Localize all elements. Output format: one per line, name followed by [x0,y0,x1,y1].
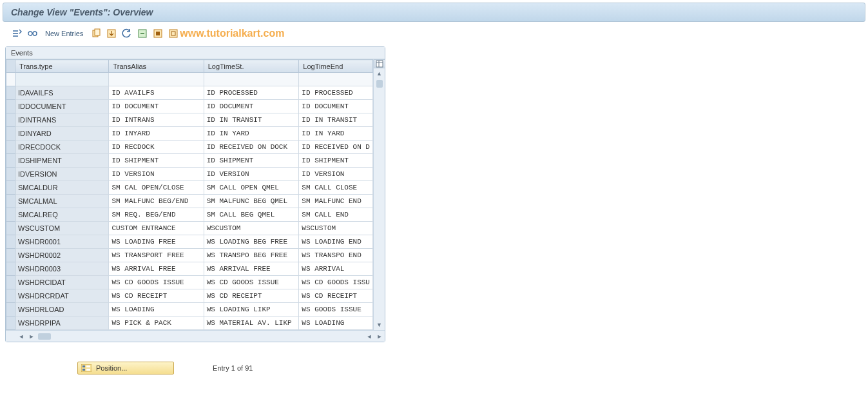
cell-log-time-st[interactable]: WS LOADING LIKP [204,303,299,316]
position-button[interactable]: Position... [77,362,174,375]
table-row[interactable]: IDINTRANSID INTRANSID IN TRANSITID IN TR… [6,113,373,127]
h-scroll-thumb[interactable] [38,333,51,340]
col-log-time-st[interactable]: LogTimeSt. [204,60,299,73]
cell-trans-alias[interactable]: SM CAL OPEN/CLOSE [109,181,204,195]
cell-trans-type[interactable]: IDSHIPMENT [15,154,109,168]
cell-log-time-end[interactable]: SM CALL CLOSE [299,181,373,195]
cell-trans-type[interactable]: WSHDRLOAD [15,303,109,316]
cell-trans-type[interactable]: WSHDR0003 [15,262,109,276]
row-selector[interactable] [6,100,15,113]
cell-log-time-end[interactable]: ID RECEIVED ON D [299,141,373,154]
cell-log-time-end[interactable]: WSCUSTOM [299,222,373,235]
cell-log-time-end[interactable]: ID IN TRANSIT [299,113,373,127]
scroll-left-icon[interactable]: ◄ [16,331,26,342]
col-trans-type[interactable]: Trans.type [15,60,109,73]
cell-log-time-st[interactable]: WS TRANSPO BEG FREE [204,249,299,262]
select-all-icon[interactable] [151,27,164,40]
row-selector[interactable] [6,113,15,127]
cell-trans-alias[interactable]: ID INYARD [109,127,204,141]
cell-log-time-st[interactable]: WS LOADING BEG FREE [204,235,299,249]
row-selector[interactable] [6,249,15,262]
vertical-scrollbar[interactable]: ▲ ▼ [373,59,385,330]
cell-trans-type[interactable]: WSHDRCRDAT [15,289,109,303]
cell-trans-type[interactable]: WSHDRCIDAT [15,276,109,289]
cell-log-time-end[interactable]: WS LOADING END [299,235,373,249]
table-row[interactable]: WSHDRPIPAWS PICK & PACKWS MATERIAL AV. L… [6,316,373,330]
cell-log-time-end[interactable]: WS CD RECEIPT [299,289,373,303]
row-selector[interactable] [6,168,15,181]
cell-trans-alias[interactable]: WS TRANSPORT FREE [109,249,204,262]
col-log-time-end[interactable]: LogTimeEnd [299,60,373,73]
cell-trans-alias[interactable]: SM MALFUNC BEG/END [109,195,204,208]
table-row[interactable]: WSCUSTOMCUSTOM ENTRANCEWSCUSTOMWSCUSTOM [6,222,373,235]
cell-trans-type[interactable]: WSHDRPIPA [15,316,109,330]
undo-icon[interactable] [121,27,133,40]
save-down-icon[interactable] [105,27,118,40]
delete-row-icon[interactable] [136,27,149,40]
cell-log-time-end[interactable]: SM MALFUNC END [299,195,373,208]
table-row[interactable]: WSHDRCRDATWS CD RECEIPTWS CD RECEIPTWS C… [6,289,373,303]
cell-trans-type[interactable]: IDINTRANS [15,113,109,127]
cell-log-time-end[interactable]: ID VERSION [299,168,373,181]
cell-trans-alias[interactable]: WS CD GOODS ISSUE [109,276,204,289]
cell-log-time-end[interactable]: SM CALL END [299,208,373,222]
row-selector[interactable] [6,222,15,235]
row-selector[interactable] [6,262,15,276]
cell-log-time-end[interactable]: ID SHIPMENT [299,154,373,168]
col-trans-alias[interactable]: TransAlias [109,60,204,73]
cell-log-time-end[interactable]: ID DOCUMENT [299,100,373,113]
cell-trans-type[interactable]: IDVERSION [15,168,109,181]
cell-trans-type[interactable]: SMCALREQ [15,208,109,222]
cell-log-time-st[interactable]: ID PROCESSED [204,86,299,100]
row-selector[interactable] [6,195,15,208]
cell-log-time-st[interactable]: ID SHIPMENT [204,154,299,168]
cell-log-time-st[interactable]: ID IN YARD [204,127,299,141]
cell-trans-alias[interactable]: WS LOADING [109,303,204,316]
row-selector[interactable] [6,86,15,100]
deselect-all-icon[interactable] [167,27,180,40]
cell-log-time-end[interactable]: WS GOODS ISSUE [299,303,373,316]
row-selector[interactable] [6,208,15,222]
row-selector[interactable] [6,303,15,316]
table-row[interactable]: IDDOCUMENTID DOCUMENTID DOCUMENTID DOCUM… [6,100,373,113]
cell-trans-alias[interactable]: WS LOADING FREE [109,235,204,249]
row-selector[interactable] [6,127,15,141]
table-row[interactable]: IDAVAILFSID AVAILFSID PROCESSEDID PROCES… [6,86,373,100]
cell-log-time-end[interactable]: WS CD GOODS ISSU [299,276,373,289]
cell-trans-alias[interactable]: WS CD RECEIPT [109,289,204,303]
cell-trans-alias[interactable]: ID AVAILFS [109,86,204,100]
scroll-right-1-icon[interactable]: ► [26,331,37,342]
table-row[interactable]: SMCALMALSM MALFUNC BEG/ENDSM MALFUNC BEG… [6,195,373,208]
table-row[interactable]: WSHDR0003WS ARRIVAL FREEWS ARRIVAL FREEW… [6,262,373,276]
cell-trans-type[interactable]: IDINYARD [15,127,109,141]
cell-log-time-st[interactable]: WS MATERIAL AV. LIKP [204,316,299,330]
cell-trans-alias[interactable]: WS PICK & PACK [109,316,204,330]
table-row[interactable]: WSHDRLOADWS LOADINGWS LOADING LIKPWS GOO… [6,303,373,316]
cell-log-time-st[interactable]: ID RECEIVED ON DOCK [204,141,299,154]
scroll-right-2-icon[interactable]: ► [374,331,385,342]
row-selector[interactable] [6,276,15,289]
cell-trans-alias[interactable]: ID INTRANS [109,113,204,127]
scroll-up-icon[interactable]: ▲ [376,68,382,79]
cell-trans-alias[interactable]: ID SHIPMENT [109,154,204,168]
scroll-thumb[interactable] [376,80,383,88]
table-settings-icon[interactable] [374,59,385,68]
cell-trans-alias[interactable]: ID DOCUMENT [109,100,204,113]
row-selector[interactable] [6,316,15,330]
glasses-icon[interactable] [26,27,39,40]
cell-log-time-st[interactable]: ID DOCUMENT [204,100,299,113]
cell-log-time-st[interactable]: ID VERSION [204,168,299,181]
row-selector[interactable] [6,154,15,168]
cell-log-time-st[interactable]: WS ARRIVAL FREE [204,262,299,276]
cell-log-time-st[interactable]: SM CALL OPEN QMEL [204,181,299,195]
row-selector[interactable] [6,235,15,249]
scroll-left-2-icon[interactable]: ◄ [364,331,374,342]
cell-log-time-st[interactable]: WS CD GOODS ISSUE [204,276,299,289]
cell-log-time-st[interactable]: SM MALFUNC BEG QMEL [204,195,299,208]
table-row[interactable]: WSHDR0001WS LOADING FREEWS LOADING BEG F… [6,235,373,249]
table-row[interactable]: IDINYARDID INYARDID IN YARDID IN YARD [6,127,373,141]
cell-log-time-end[interactable]: ID PROCESSED [299,86,373,100]
horizontal-scrollbar[interactable]: ◄ ► ◄ ► [6,330,385,342]
cell-trans-alias[interactable]: WS ARRIVAL FREE [109,262,204,276]
cell-log-time-st[interactable]: SM CALL BEG QMEL [204,208,299,222]
